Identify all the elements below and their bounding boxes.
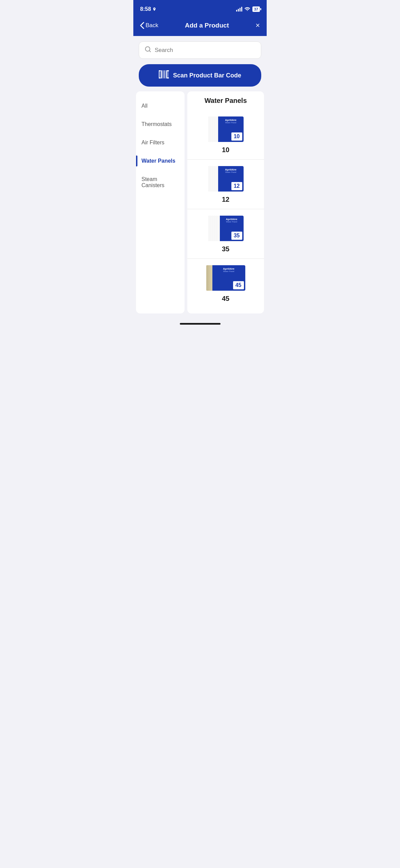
products-panel: Water Panels AprilAire Water Panel 10 10: [187, 91, 264, 313]
product-label-35: 35: [222, 245, 229, 253]
home-indicator: [133, 318, 267, 328]
close-button[interactable]: ×: [255, 21, 260, 30]
back-button[interactable]: Back: [140, 22, 158, 29]
category-panel: All Thermostats Air Filters Water Panels…: [136, 91, 185, 313]
svg-rect-12: [167, 70, 169, 71]
product-badge-45: 45: [233, 281, 244, 289]
scan-barcode-button[interactable]: Scan Product Bar Code: [139, 64, 261, 87]
page-header: Back Add a Product ×: [133, 17, 267, 36]
search-input[interactable]: [155, 47, 255, 54]
status-icons: 37: [236, 6, 260, 12]
svg-rect-9: [168, 70, 168, 78]
category-item-thermostats[interactable]: Thermostats: [136, 115, 185, 133]
svg-rect-11: [159, 77, 161, 78]
product-image-35: AprilAire Water Panel 35: [207, 215, 244, 242]
battery-level: 37: [254, 7, 258, 11]
category-item-water-panels[interactable]: Water Panels: [136, 152, 185, 170]
svg-rect-13: [167, 77, 169, 78]
category-label-water-panels: Water Panels: [141, 158, 175, 164]
wifi-icon: [244, 6, 250, 12]
product-badge-35: 35: [231, 232, 242, 240]
svg-rect-6: [164, 70, 165, 78]
category-label-thermostats: Thermostats: [141, 121, 172, 127]
signal-icon: [236, 7, 242, 12]
svg-rect-4: [161, 70, 162, 78]
svg-rect-2: [159, 70, 159, 78]
product-label-10: 10: [222, 146, 229, 154]
page-title: Add a Product: [185, 22, 229, 29]
category-label-all: All: [141, 103, 148, 109]
battery-icon: 37: [252, 6, 260, 12]
category-label-steam-canisters: Steam Canisters: [141, 176, 165, 188]
search-box: [139, 41, 261, 59]
category-label-air-filters: Air Filters: [141, 140, 165, 145]
time-display: 8:58: [140, 6, 151, 12]
location-icon: [152, 7, 156, 11]
search-icon: [145, 46, 151, 54]
product-item-12[interactable]: AprilAire Water Panel 12 12: [187, 160, 264, 209]
product-label-12: 12: [222, 196, 229, 203]
content-area: All Thermostats Air Filters Water Panels…: [136, 91, 264, 313]
products-title: Water Panels: [187, 97, 264, 105]
svg-rect-8: [166, 70, 167, 78]
home-bar: [180, 323, 221, 325]
status-bar: 8:58 37: [133, 0, 267, 17]
svg-rect-5: [163, 70, 163, 78]
product-item-35[interactable]: AprilAire Water Panel 35 35: [187, 209, 264, 259]
svg-line-1: [149, 51, 151, 52]
barcode-icon: [159, 70, 169, 80]
category-item-all[interactable]: All: [136, 97, 185, 115]
product-image-45: AprilAire Water Panel 45: [207, 264, 244, 291]
product-image-12: AprilAire Water Panel 12: [207, 165, 244, 192]
scan-button-label: Scan Product Bar Code: [173, 72, 241, 79]
category-item-steam-canisters[interactable]: Steam Canisters: [136, 170, 185, 195]
product-image-10: AprilAire Water Panel 10: [207, 115, 244, 143]
svg-rect-7: [165, 70, 166, 78]
back-label: Back: [146, 22, 158, 29]
search-container: [133, 36, 267, 62]
product-badge-10: 10: [231, 132, 242, 141]
product-badge-12: 12: [231, 182, 242, 190]
product-item-45[interactable]: AprilAire Water Panel 45 45: [187, 259, 264, 308]
svg-rect-3: [160, 70, 160, 78]
product-label-45: 45: [222, 295, 229, 303]
product-item-10[interactable]: AprilAire Water Panel 10 10: [187, 110, 264, 160]
status-time: 8:58: [140, 6, 156, 12]
svg-rect-10: [159, 70, 161, 71]
category-item-air-filters[interactable]: Air Filters: [136, 133, 185, 152]
